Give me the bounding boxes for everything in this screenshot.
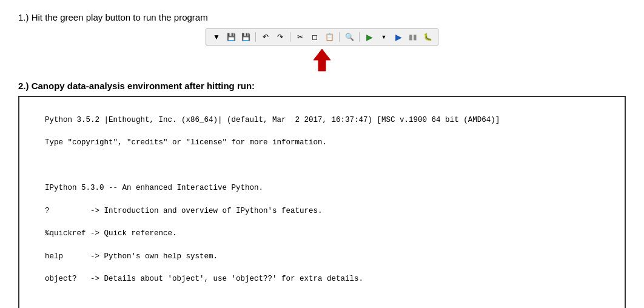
step1-label: 1.) Hit the green play button to run the… (18, 12, 626, 22)
terminal-line5: ? -> Introduction and overview of IPytho… (45, 207, 323, 215)
step2-label: 2.) Canopy data-analysis environment aft… (18, 81, 626, 91)
terminal-line4: IPython 5.3.0 -- An enhanced Interactive… (45, 184, 263, 192)
cut-btn[interactable]: ✂ (293, 31, 307, 43)
play-green-icon: ▶ (366, 32, 373, 42)
redo-icon: ↷ (277, 33, 283, 41)
save-btn[interactable]: 💾 (224, 31, 238, 43)
cut-icon: ✂ (297, 33, 303, 41)
terminal-line7: help -> Python's own help system. (45, 252, 218, 261)
paste-btn[interactable]: 📋 (323, 31, 336, 43)
terminal-line8: object? -> Details about 'object', use '… (45, 275, 363, 283)
dropdown-play-icon: ▼ (381, 34, 387, 40)
sep2 (290, 32, 290, 42)
terminal-box: Python 3.5.2 |Enthought, Inc. (x86_64)| … (18, 96, 626, 308)
save-icon: 💾 (227, 33, 236, 41)
up-arrow-svg (311, 48, 333, 72)
dropdown-btn[interactable]: ▼ (210, 31, 223, 43)
play-green-btn-small[interactable]: ▼ (377, 31, 391, 43)
stop-icon: ▮▮ (409, 33, 417, 41)
toolbar-arrow (311, 48, 333, 72)
paste-icon: 📋 (325, 33, 334, 41)
play-blue-btn[interactable]: ▶ (392, 31, 405, 43)
search-btn[interactable]: 🔍 (343, 31, 356, 43)
menu-icon: ▼ (213, 33, 220, 41)
search-icon: 🔍 (345, 33, 354, 41)
undo-icon: ↶ (263, 33, 269, 41)
toolbar: ▼ 💾 💾 ↶ ↷ ✂ ◻ 📋 🔍 ▶ (206, 28, 438, 45)
sep1 (255, 32, 256, 42)
toolbar-area: ▼ 💾 💾 ↶ ↷ ✂ ◻ 📋 🔍 ▶ (18, 28, 626, 76)
svg-marker-0 (314, 49, 330, 71)
play-blue-icon: ▶ (395, 32, 402, 42)
redo-btn[interactable]: ↷ (273, 31, 287, 43)
play-green-dropdown-btn[interactable]: ▶ (363, 31, 376, 43)
sep3 (339, 32, 340, 42)
copy-icon: ◻ (312, 33, 318, 41)
save2-icon: 💾 (241, 33, 250, 41)
step1-instruction: 1.) Hit the green play button to run the… (18, 12, 626, 22)
terminal-line2: Type "copyright", "credits" or "license"… (45, 138, 327, 147)
save2-btn[interactable]: 💾 (239, 31, 252, 43)
sep4 (359, 32, 360, 42)
terminal-line6: %quickref -> Quick reference. (45, 229, 177, 238)
step2-area: 2.) Canopy data-analysis environment aft… (18, 81, 626, 308)
bug-btn[interactable]: 🐛 (421, 31, 434, 43)
undo-btn[interactable]: ↶ (259, 31, 272, 43)
copy-btn[interactable]: ◻ (308, 31, 321, 43)
bug-icon: 🐛 (423, 33, 432, 41)
terminal-line1: Python 3.5.2 |Enthought, Inc. (x86_64)| … (45, 116, 500, 124)
stop-btn[interactable]: ▮▮ (406, 31, 420, 43)
